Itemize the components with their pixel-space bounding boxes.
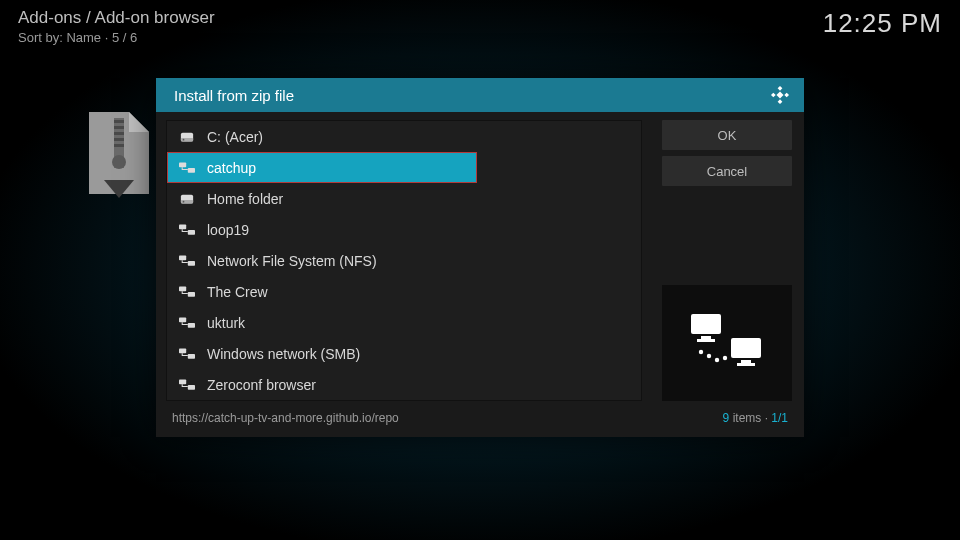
file-row-label: catchup [207,160,256,176]
kodi-logo-icon [770,85,790,105]
clock: 12:25 PM [823,8,942,39]
zip-file-icon [84,110,154,200]
network-icon [179,317,195,329]
svg-point-38 [699,350,703,354]
file-row[interactable]: C: (Acer) [167,121,641,152]
file-row-label: Zeroconf browser [207,377,316,393]
svg-rect-11 [776,91,783,98]
file-row-label: The Crew [207,284,268,300]
svg-rect-21 [188,230,195,235]
svg-rect-7 [778,86,783,91]
svg-rect-32 [691,314,721,334]
svg-rect-9 [784,93,789,98]
svg-point-19 [183,200,185,202]
ok-button[interactable]: OK [662,120,792,150]
svg-rect-10 [778,99,783,104]
svg-rect-35 [731,338,761,358]
svg-rect-1 [114,120,124,123]
network-icon [179,379,195,391]
svg-rect-36 [741,360,751,363]
svg-rect-15 [179,162,186,167]
svg-rect-22 [179,255,186,260]
file-row[interactable]: ukturk [167,307,641,338]
svg-point-14 [183,138,185,140]
svg-point-41 [723,356,727,360]
svg-point-39 [707,354,711,358]
svg-rect-37 [737,363,755,366]
svg-rect-28 [179,348,186,353]
footer-count: 9 items · 1/1 [723,411,788,425]
svg-rect-20 [179,224,186,229]
drive-icon [179,130,195,144]
install-zip-dialog: Install from zip file C: (Acer)catchupHo… [156,78,804,437]
svg-rect-33 [701,336,711,339]
svg-rect-8 [771,93,776,98]
drive-icon [179,192,195,206]
file-row[interactable]: The Crew [167,276,641,307]
network-icon [179,162,195,174]
sort-status: Sort by: Name · 5 / 6 [18,30,215,45]
svg-rect-2 [114,126,124,129]
dialog-title: Install from zip file [174,87,294,104]
svg-rect-29 [188,354,195,359]
network-icon [179,224,195,236]
svg-rect-24 [179,286,186,291]
svg-rect-31 [188,385,195,390]
svg-rect-25 [188,292,195,297]
file-row-label: C: (Acer) [207,129,263,145]
file-row[interactable]: Network File System (NFS) [167,245,641,276]
file-row[interactable]: Windows network (SMB) [167,338,641,369]
svg-rect-30 [179,379,186,384]
file-row-label: loop19 [207,222,249,238]
breadcrumb: Add-ons / Add-on browser [18,8,215,28]
network-icon [179,255,195,267]
file-row[interactable]: catchup [167,152,477,183]
network-icon [179,286,195,298]
network-share-icon [687,308,767,378]
preview-pane [662,285,792,401]
svg-rect-34 [697,339,715,342]
svg-rect-16 [188,168,195,173]
file-row[interactable]: loop19 [167,214,641,245]
network-icon [179,348,195,360]
dialog-title-bar: Install from zip file [156,78,804,112]
file-list[interactable]: C: (Acer)catchupHome folderloop19Network… [166,120,642,401]
svg-point-40 [715,358,719,362]
file-row-label: ukturk [207,315,245,331]
svg-point-6 [112,155,126,169]
cancel-button[interactable]: Cancel [662,156,792,186]
file-row[interactable]: Home folder [167,183,641,214]
svg-rect-26 [179,317,186,322]
file-row-label: Home folder [207,191,283,207]
file-row-label: Network File System (NFS) [207,253,377,269]
svg-rect-27 [188,323,195,328]
svg-rect-5 [114,144,124,147]
file-row-label: Windows network (SMB) [207,346,360,362]
svg-rect-3 [114,132,124,135]
svg-rect-4 [114,138,124,141]
footer-path: https://catch-up-tv-and-more.github.io/r… [172,411,399,425]
file-row[interactable]: Zeroconf browser [167,369,641,400]
svg-rect-23 [188,261,195,266]
